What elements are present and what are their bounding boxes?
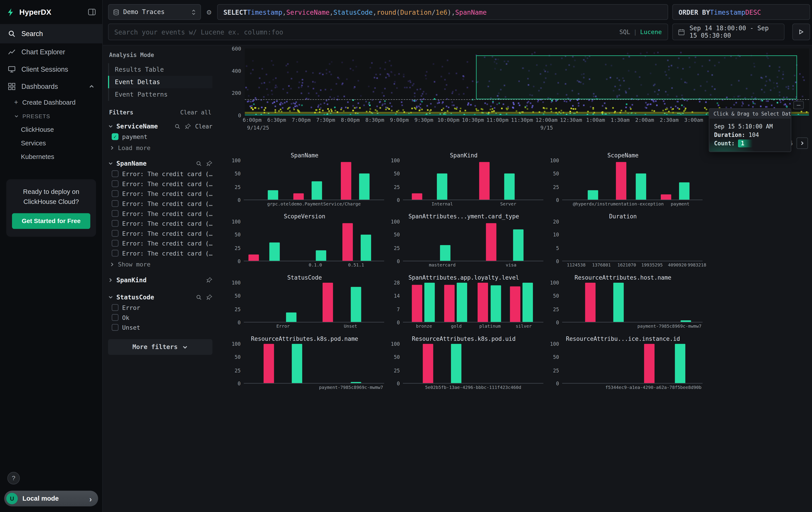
- bar-green[interactable]: [286, 313, 297, 322]
- bar-green[interactable]: [292, 344, 302, 383]
- lucene-toggle[interactable]: Lucene: [640, 28, 662, 36]
- bar-green[interactable]: [351, 287, 361, 322]
- search-icon[interactable]: [196, 294, 202, 300]
- filter-checkbox-item[interactable]: Error: The credit card (…: [108, 189, 212, 198]
- bar-pink[interactable]: [479, 162, 490, 200]
- filter-checkbox-item[interactable]: Error: [108, 302, 212, 313]
- gear-icon[interactable]: ⚙: [205, 7, 213, 17]
- bar-green[interactable]: [504, 173, 515, 199]
- bar-green[interactable]: [680, 320, 691, 322]
- clear-filter-button[interactable]: Clear: [195, 123, 212, 130]
- filter-checkbox-item[interactable]: Error: The credit card (…: [108, 209, 212, 219]
- checkbox[interactable]: [112, 190, 118, 197]
- bar-green[interactable]: [491, 286, 501, 322]
- filter-group-header[interactable]: SpanKind: [108, 275, 212, 286]
- sidebar-item-client-sessions[interactable]: Client Sessions: [0, 60, 102, 78]
- bar-pink[interactable]: [478, 283, 488, 322]
- bar-green[interactable]: [316, 250, 326, 261]
- presets-toggle[interactable]: PRESETS: [0, 109, 102, 123]
- filter-checkbox-item[interactable]: Error: The credit card (…: [108, 198, 212, 209]
- bar-green[interactable]: [351, 382, 361, 383]
- checkbox[interactable]: [112, 250, 118, 257]
- timeline-selection[interactable]: [476, 55, 797, 99]
- checkbox[interactable]: [112, 170, 118, 177]
- bar-green[interactable]: [425, 283, 435, 322]
- sidebar-item-search[interactable]: Search: [0, 24, 102, 44]
- run-query-button[interactable]: [792, 24, 810, 40]
- bar-pink[interactable]: [444, 285, 455, 322]
- bar-green[interactable]: [440, 245, 450, 261]
- bar-green[interactable]: [457, 283, 467, 322]
- source-select[interactable]: Demo Traces: [108, 4, 201, 20]
- bar-green[interactable]: [513, 230, 523, 261]
- bar-pink[interactable]: [412, 193, 422, 200]
- create-dashboard-link[interactable]: + Create Dashboard: [0, 95, 102, 109]
- bar-pink[interactable]: [616, 162, 626, 200]
- preset-clickhouse[interactable]: ClickHouse: [0, 123, 102, 136]
- bar-pink[interactable]: [486, 223, 497, 261]
- bar-green[interactable]: [635, 173, 646, 199]
- more-filters-button[interactable]: More filters: [108, 339, 212, 355]
- analysis-mode-option-event-patterns[interactable]: Event Patterns: [108, 88, 212, 101]
- search-icon[interactable]: [174, 123, 180, 130]
- bar-green[interactable]: [437, 173, 447, 199]
- sidebar-item-dashboards[interactable]: Dashboards: [0, 78, 102, 95]
- pin-icon[interactable]: [206, 277, 212, 283]
- get-started-button[interactable]: Get Started for Free: [12, 213, 90, 228]
- checkbox[interactable]: [112, 304, 118, 311]
- collapse-chart-button[interactable]: –: [793, 101, 804, 109]
- checkbox[interactable]: [112, 220, 118, 227]
- bar-green[interactable]: [613, 283, 624, 322]
- bar-pink[interactable]: [264, 344, 274, 383]
- bar-green[interactable]: [269, 242, 280, 261]
- filter-checkbox-item[interactable]: Ok: [108, 313, 212, 323]
- date-range-picker[interactable]: Sep 14 18:00:00 - Sep 15 05:30:00: [672, 24, 785, 40]
- bar-green[interactable]: [679, 182, 690, 199]
- search-input[interactable]: [114, 28, 615, 36]
- filter-group-header[interactable]: SpanName: [108, 158, 212, 169]
- bar-pink[interactable]: [293, 193, 304, 200]
- checkbox[interactable]: [112, 324, 118, 331]
- checkbox[interactable]: [112, 240, 118, 247]
- filter-checkbox-item[interactable]: Error: The credit card (…: [108, 238, 212, 248]
- filter-checkbox-item[interactable]: Error: The credit card (…: [108, 169, 212, 179]
- preset-kubernetes[interactable]: Kubernetes: [0, 150, 102, 164]
- preset-services[interactable]: Services: [0, 136, 102, 150]
- bar-pink[interactable]: [510, 287, 521, 322]
- bar-pink[interactable]: [249, 254, 259, 261]
- clear-all-button[interactable]: Clear all: [180, 109, 211, 116]
- bar-pink[interactable]: [644, 344, 655, 383]
- bar-green[interactable]: [359, 173, 370, 199]
- search-icon[interactable]: [196, 161, 202, 167]
- next-page-button[interactable]: [796, 137, 808, 149]
- sidebar-item-chart-explorer[interactable]: Chart Explorer: [0, 44, 102, 60]
- timeline-plot[interactable]: [245, 49, 809, 115]
- filter-more-link[interactable]: Load more: [108, 141, 212, 152]
- analysis-mode-option-results-table[interactable]: Results Table: [108, 63, 212, 76]
- user-menu[interactable]: U Local mode ›: [4, 491, 98, 506]
- sql-toggle[interactable]: SQL: [619, 28, 630, 36]
- filter-checkbox-item[interactable]: Error: The credit card (…: [108, 228, 212, 238]
- checkbox[interactable]: [112, 180, 118, 187]
- bar-pink[interactable]: [412, 285, 422, 322]
- checkbox[interactable]: ✓: [112, 133, 118, 140]
- bar-green[interactable]: [523, 283, 533, 322]
- bar-green[interactable]: [268, 190, 279, 199]
- bar-green[interactable]: [451, 344, 462, 383]
- sql-query-display[interactable]: SELECT Timestamp, ServiceName, StatusCod…: [217, 4, 668, 20]
- help-button[interactable]: ?: [7, 472, 20, 484]
- checkbox[interactable]: [112, 200, 118, 207]
- filter-checkbox-item[interactable]: Error: The credit card (…: [108, 179, 212, 189]
- pin-icon[interactable]: [185, 123, 191, 130]
- filter-checkbox-item[interactable]: Unset: [108, 322, 212, 332]
- bar-green[interactable]: [588, 190, 598, 199]
- order-by-display[interactable]: ORDER BY Timestamp DESC: [672, 4, 810, 20]
- pin-icon[interactable]: [206, 294, 212, 300]
- sidebar-collapse-icon[interactable]: [88, 8, 96, 16]
- filter-checkbox-item[interactable]: ✓payment: [108, 132, 212, 142]
- filter-checkbox-item[interactable]: Error: The credit card (…: [108, 248, 212, 258]
- checkbox[interactable]: [112, 230, 118, 237]
- checkbox[interactable]: [112, 314, 118, 321]
- pin-icon[interactable]: [206, 161, 212, 167]
- checkbox[interactable]: [112, 210, 118, 217]
